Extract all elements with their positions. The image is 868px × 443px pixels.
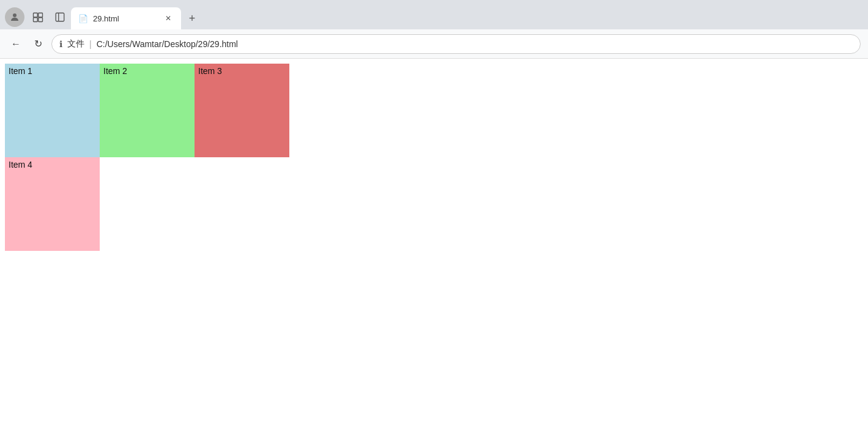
info-icon: ℹ: [59, 39, 62, 49]
address-file-label: 文件: [67, 39, 84, 50]
page-content: Item 1 Item 2 Item 3 Item 4: [0, 59, 868, 443]
tab-bar: 📄 29.html ✕ +: [0, 0, 868, 29]
svg-rect-4: [39, 18, 43, 22]
item-4-label: Item 4: [9, 160, 32, 169]
svg-point-0: [13, 13, 17, 17]
svg-rect-3: [34, 18, 38, 22]
grid-item-1: Item 1: [5, 64, 100, 157]
grid-container: Item 1 Item 2 Item 3 Item 4: [5, 64, 289, 251]
grid-item-4: Item 4: [5, 157, 100, 251]
new-tab-button[interactable]: +: [184, 10, 201, 27]
back-button[interactable]: ←: [7, 35, 24, 53]
tab-close-button[interactable]: ✕: [163, 13, 174, 24]
nav-bar: ← ↻ ℹ 文件 | C:/Users/Wamtar/Desktop/29/29…: [0, 29, 868, 59]
active-tab[interactable]: 📄 29.html ✕: [71, 7, 181, 29]
item-2-label: Item 2: [103, 66, 127, 76]
svg-rect-5: [56, 13, 64, 21]
grid-item-2: Item 2: [100, 64, 195, 157]
tab-file-icon: 📄: [78, 14, 88, 23]
address-bar[interactable]: ℹ 文件 | C:/Users/Wamtar/Desktop/29/29.htm…: [51, 34, 861, 54]
svg-rect-2: [39, 13, 43, 17]
browser-window: 📄 29.html ✕ + ← ↻ ℹ 文件 | C:/Users/Wamtar…: [0, 0, 868, 443]
item-3-label: Item 3: [198, 66, 222, 76]
reload-button[interactable]: ↻: [29, 35, 46, 53]
address-url: C:/Users/Wamtar/Desktop/29/29.html: [97, 39, 238, 49]
item-1-label: Item 1: [9, 66, 32, 76]
profile-icon[interactable]: [5, 7, 24, 27]
svg-rect-1: [34, 13, 38, 17]
tab-groups-icon[interactable]: [29, 9, 46, 26]
grid-item-3: Item 3: [195, 64, 289, 157]
address-separator: |: [89, 39, 92, 49]
tab-title: 29.html: [93, 14, 119, 23]
side-panel-icon[interactable]: [51, 9, 69, 26]
